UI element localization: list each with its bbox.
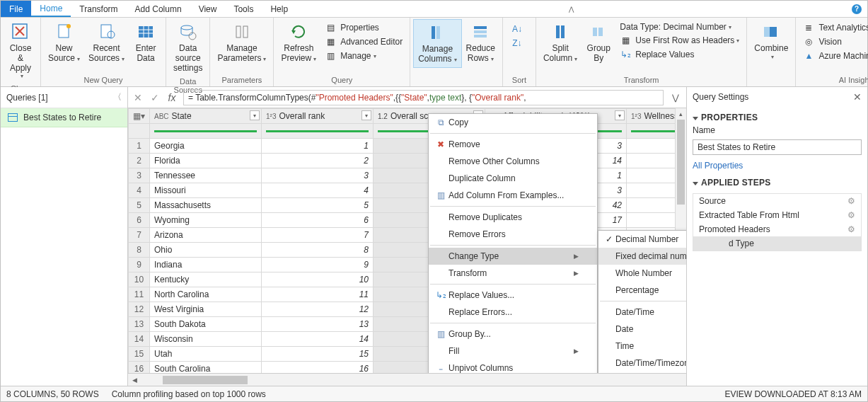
menu-help[interactable]: Help [262, 1, 296, 17]
formula-input[interactable]: = Table.TransformColumnTypes(#"Promoted … [183, 90, 664, 105]
type-whole[interactable]: Whole Number [598, 265, 686, 282]
data-source-settings-button[interactable]: Data sourcesettings [169, 19, 207, 76]
ctx-duplicate[interactable]: Duplicate Column [429, 170, 597, 187]
ctx-transform[interactable]: Transform▶ [429, 265, 597, 282]
table-row[interactable]: 1Georgia13 [129, 139, 686, 154]
menu-home[interactable]: Home [31, 1, 71, 17]
formula-cancel-icon[interactable]: ✕ [132, 92, 144, 103]
manage-parameters-button[interactable]: ManageParameters▾ [213, 19, 270, 67]
type-date[interactable]: Date [598, 321, 686, 338]
gear-icon[interactable]: ⚙ [847, 210, 855, 220]
cell-overall-rank[interactable]: 12 [262, 302, 374, 317]
cell-overall-rank[interactable]: 6 [262, 213, 374, 228]
gear-icon[interactable]: ⚙ [847, 196, 855, 206]
type-percentage[interactable]: Percentage [598, 282, 686, 299]
cell-overall-rank[interactable]: 7 [262, 228, 374, 243]
table-row[interactable]: 6Wyoming617 [129, 213, 686, 228]
ctx-unpivot[interactable]: ₌Unpivot Columns [429, 360, 597, 373]
use-first-row-button[interactable]: ▦Use First Row as Headers▾ [615, 33, 743, 47]
cell-state[interactable]: North Carolina [150, 287, 262, 302]
replace-values-button[interactable]: ↳₂Replace Values [615, 47, 743, 62]
col-dropdown-icon[interactable]: ▾ [615, 110, 625, 120]
cell-overall-rank[interactable]: 2 [262, 154, 374, 168]
data-grid[interactable]: ▦▾ ABCState▾ 1²3Overall rank▾ 1.2Overall… [128, 108, 686, 373]
fx-icon[interactable]: fx [166, 92, 178, 103]
cell-state[interactable]: Massachusetts [150, 198, 262, 213]
cell-overall-rank[interactable]: 15 [262, 347, 374, 362]
formula-expand-icon[interactable]: ⋁ [669, 93, 682, 103]
close-apply-button[interactable]: Close &Apply▾ [4, 19, 37, 83]
ctx-replace-errors[interactable]: Replace Errors... [429, 304, 597, 321]
properties-button[interactable]: ▤Properties [320, 21, 407, 35]
cell-state[interactable]: Indiana [150, 258, 262, 272]
queries-collapse-icon[interactable]: 〈 [113, 91, 122, 103]
table-row[interactable]: 2Florida214 [129, 154, 686, 168]
cell-overall-rank[interactable]: 9 [262, 258, 374, 272]
cell-overall-rank[interactable]: 10 [262, 272, 374, 287]
ctx-remove-duplicates[interactable]: Remove Duplicates [429, 209, 597, 226]
step-item[interactable]: Source⚙ [693, 194, 861, 208]
cell-state[interactable]: Georgia [150, 139, 262, 154]
manage-button[interactable]: ▥Manage▾ [320, 49, 407, 63]
col-dropdown-icon[interactable]: ▾ [250, 110, 260, 120]
table-corner[interactable]: ▦▾ [129, 109, 150, 124]
ctx-group-by[interactable]: ▥Group By... [429, 326, 597, 343]
vision-button[interactable]: ◎Vision [799, 35, 868, 49]
table-row[interactable]: 3Tennessee31 [129, 168, 686, 183]
col-overall-rank[interactable]: 1²3Overall rank▾ [262, 109, 374, 124]
collapse-ribbon-caret[interactable]: ⋀ [563, 1, 579, 17]
menu-tools[interactable]: Tools [225, 1, 262, 17]
ctx-remove[interactable]: ✖Remove [429, 136, 597, 153]
col-dropdown-icon[interactable]: ▾ [361, 110, 371, 120]
type-datetime[interactable]: Date/Time [598, 304, 686, 321]
type-decimal[interactable]: ✓Decimal Number [598, 231, 686, 248]
cell-state[interactable]: Wisconsin [150, 332, 262, 347]
query-item[interactable]: Best States to Retire [1, 108, 127, 127]
sort-asc-button[interactable]: A↓ [507, 22, 531, 36]
cell-overall-rank[interactable]: 16 [262, 362, 374, 374]
cell-state[interactable]: Utah [150, 347, 262, 362]
cell-overall-rank[interactable]: 4 [262, 183, 374, 198]
refresh-preview-button[interactable]: RefreshPreview▾ [277, 19, 320, 67]
manage-columns-button[interactable]: ManageColumns▾ [413, 19, 461, 68]
ctx-copy[interactable]: ⧉Copy [429, 114, 597, 131]
ctx-replace-values[interactable]: ↳₂Replace Values... [429, 287, 597, 304]
cell-state[interactable]: Wyoming [150, 213, 262, 228]
close-icon[interactable]: ✕ [853, 91, 862, 103]
horizontal-scrollbar[interactable]: ◀ [128, 373, 686, 386]
type-duration[interactable]: Duration [598, 372, 686, 373]
table-row[interactable]: 5Massachusetts542 [129, 198, 686, 213]
cell-overall-rank[interactable]: 1 [262, 139, 374, 154]
group-by-button[interactable]: GroupBy [581, 19, 615, 67]
sort-desc-button[interactable]: Z↓ [507, 36, 531, 50]
recent-sources-button[interactable]: RecentSources▾ [84, 19, 129, 67]
cell-overall-rank[interactable]: 5 [262, 198, 374, 213]
menu-file[interactable]: File [1, 1, 31, 17]
enter-data-button[interactable]: EnterData [129, 19, 163, 67]
ctx-remove-errors[interactable]: Remove Errors [429, 226, 597, 243]
new-source-button[interactable]: NewSource▾ [44, 19, 84, 67]
step-item[interactable]: Extracted Table From Html⚙ [693, 208, 861, 222]
combine-button[interactable]: Combine▾ [750, 19, 792, 63]
step-item[interactable]: Promoted Headers⚙ [693, 222, 861, 236]
cell-overall-rank[interactable]: 11 [262, 287, 374, 302]
advanced-editor-button[interactable]: ▦Advanced Editor [320, 35, 407, 49]
cell-overall-rank[interactable]: 8 [262, 243, 374, 258]
azure-ml-button[interactable]: ▲Azure Machine Learning [799, 49, 868, 63]
cell-state[interactable]: South Dakota [150, 317, 262, 332]
split-column-button[interactable]: SplitColumn▾ [539, 19, 581, 67]
menu-transform[interactable]: Transform [71, 1, 126, 17]
table-row[interactable]: 4Missouri43 [129, 183, 686, 198]
type-fixed-decimal[interactable]: Fixed decimal number [598, 248, 686, 265]
all-properties-link[interactable]: All Properties [693, 161, 862, 171]
data-type-button[interactable]: Data Type: Decimal Number▾ [615, 21, 743, 33]
cell-state[interactable]: Kentucky [150, 272, 262, 287]
cell-state[interactable]: West Virginia [150, 302, 262, 317]
ctx-fill[interactable]: Fill▶ [429, 343, 597, 360]
type-dttz[interactable]: Date/Time/Timezone [598, 355, 686, 372]
cell-state[interactable]: South Carolina [150, 362, 262, 374]
cell-state[interactable]: Tennessee [150, 168, 262, 183]
col-state[interactable]: ABCState▾ [150, 109, 262, 124]
text-analytics-button[interactable]: ≣Text Analytics [799, 21, 868, 35]
type-time[interactable]: Time [598, 338, 686, 355]
